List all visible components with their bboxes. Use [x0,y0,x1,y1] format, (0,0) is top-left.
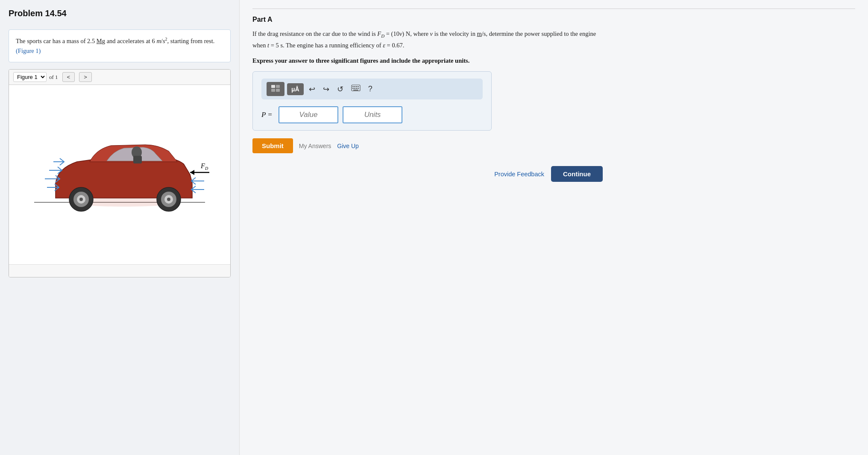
figure-header: Figure 1 of 1 < > [9,70,230,85]
svg-text:D: D [205,166,208,171]
keyboard-icon [351,85,361,91]
svg-text:F: F [200,162,205,169]
part-title: Part A [252,9,855,23]
svg-rect-22 [271,85,275,88]
undo-button[interactable]: ↩ [306,83,318,96]
submit-row: Submit My Answers Give Up [252,138,855,153]
bottom-actions: Provide Feedback Continue [252,166,603,182]
svg-rect-31 [352,88,354,89]
provide-feedback-link[interactable]: Provide Feedback [494,171,544,178]
figure-select[interactable]: Figure 1 [13,72,47,82]
mu-button[interactable]: μÅ [287,83,304,95]
svg-rect-25 [276,89,280,92]
figure-footer [9,264,230,277]
express-instruction: Express your answer to three significant… [252,57,855,64]
left-panel: Problem 14.54 The sports car has a mass … [0,0,239,455]
problem-title: Problem 14.54 [9,9,231,18]
toolbar: μÅ ↩ ↪ ↺ ? [261,79,483,99]
p-equals-label: P = [261,111,274,119]
input-row: P = [261,106,483,123]
svg-point-7 [79,198,83,201]
answer-box: μÅ ↩ ↪ ↺ ? P = [252,71,492,131]
figure-image-area: F D [9,85,230,264]
figure-next-button[interactable]: > [79,72,92,82]
svg-rect-33 [356,88,357,89]
give-up-link[interactable]: Give Up [337,143,359,149]
keyboard-button[interactable] [349,83,363,95]
figure-container: Figure 1 of 1 < > [9,69,231,277]
problem-description: The sports car has a mass of 2.5 Mg and … [9,29,231,62]
svg-rect-27 [352,86,354,87]
svg-rect-32 [354,88,355,89]
part-description: If the drag resistance on the car due to… [252,29,603,50]
continue-button[interactable]: Continue [551,166,603,182]
units-input[interactable] [343,106,402,123]
my-answers-label: My Answers [299,143,331,149]
figure-link[interactable]: (Figure 1) [16,47,41,54]
right-panel: Part A If the drag resistance on the car… [239,0,868,455]
svg-rect-28 [354,86,355,87]
svg-point-11 [167,198,170,201]
figure-prev-button[interactable]: < [62,72,75,82]
redo-button[interactable]: ↪ [320,83,332,96]
svg-rect-29 [356,86,357,87]
matrix-icon [271,85,280,92]
svg-marker-19 [190,170,194,175]
svg-rect-3 [133,156,142,163]
svg-rect-30 [358,86,359,87]
svg-rect-24 [271,89,275,92]
svg-rect-34 [358,88,359,89]
figure-of-label: of 1 [49,74,58,81]
help-button[interactable]: ? [366,83,375,95]
matrix-button[interactable] [267,82,284,96]
car-svg: F D [21,132,218,217]
svg-rect-23 [276,85,280,88]
reset-button[interactable]: ↺ [334,83,346,96]
svg-rect-35 [353,90,358,90]
submit-button[interactable]: Submit [252,138,293,153]
value-input[interactable] [279,106,338,123]
